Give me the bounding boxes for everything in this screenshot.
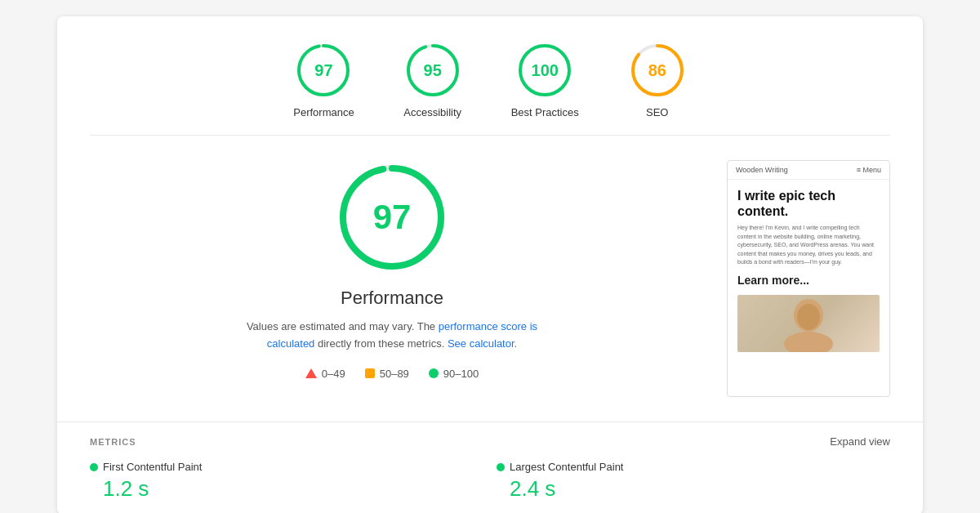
legend-range-low: 0–49 — [322, 368, 345, 380]
score-value-best-practices: 100 — [532, 61, 559, 80]
menu-label: ≡ Menu — [857, 166, 881, 174]
square-icon — [365, 368, 375, 378]
svg-point-11 — [797, 304, 820, 330]
metrics-section: METRICS Expand view First Contentful Pai… — [57, 422, 923, 513]
score-circle-best-practices: 100 — [515, 41, 574, 100]
screenshot-body-text: Hey there! I'm Kevin, and I write compel… — [737, 224, 880, 267]
screenshot-header: Wooden Writing ≡ Menu — [728, 161, 889, 180]
score-circle-performance: 97 — [294, 41, 353, 100]
screenshot-avatar — [737, 295, 880, 352]
score-item-performance: 97 Performance — [293, 41, 354, 118]
metrics-grid: First Contentful Paint 1.2 s Largest Con… — [90, 461, 890, 502]
metric-value-fcp: 1.2 s — [90, 476, 483, 502]
screenshot-frame: Wooden Writing ≡ Menu I write epic tech … — [727, 160, 890, 397]
right-panel: Wooden Writing ≡ Menu I write epic tech … — [727, 160, 890, 397]
svg-point-12 — [784, 332, 833, 352]
legend: 0–49 50–89 90–100 — [305, 368, 479, 380]
metric-name-lcp: Largest Contentful Paint — [510, 461, 623, 473]
metric-value-lcp: 2.4 s — [497, 476, 890, 502]
metric-dot-fcp — [90, 463, 98, 471]
metric-item-fcp: First Contentful Paint 1.2 s — [90, 461, 483, 502]
main-card: 97 Performance 95 Accessibility 10 — [57, 16, 923, 513]
site-name: Wooden Writing — [736, 166, 788, 174]
score-item-accessibility: 95 Accessibility — [403, 41, 462, 118]
score-value-seo: 86 — [648, 61, 666, 80]
metric-name-row-fcp: First Contentful Paint — [90, 461, 483, 473]
score-item-seo: 86 SEO — [628, 41, 687, 118]
metrics-title: METRICS — [90, 437, 136, 447]
desc-mid: directly from these metrics. — [314, 337, 448, 350]
metric-dot-lcp — [497, 463, 505, 471]
score-label-accessibility: Accessibility — [403, 106, 461, 118]
circle-icon — [429, 368, 439, 378]
legend-item-high: 90–100 — [429, 368, 479, 380]
metrics-header: METRICS Expand view — [90, 435, 890, 448]
big-score-circle: 97 — [335, 160, 449, 274]
performance-description: Values are estimated and may vary. The p… — [237, 319, 547, 353]
metric-name-fcp: First Contentful Paint — [103, 461, 202, 473]
legend-range-mid: 50–89 — [380, 368, 409, 380]
metric-item-lcp: Largest Contentful Paint 2.4 s — [497, 461, 890, 502]
score-circle-seo: 86 — [628, 41, 687, 100]
score-item-best-practices: 100 Best Practices — [511, 41, 579, 118]
big-score-value: 97 — [373, 198, 412, 237]
legend-item-low: 0–49 — [305, 368, 345, 380]
score-value-accessibility: 95 — [424, 61, 442, 80]
score-circle-accessibility: 95 — [403, 41, 462, 100]
score-value-performance: 97 — [314, 61, 332, 80]
score-label-performance: Performance — [293, 106, 354, 118]
screenshot-headline: I write epic tech content. — [737, 188, 880, 219]
calculator-link[interactable]: See calculator. — [448, 337, 517, 350]
score-label-seo: SEO — [646, 106, 668, 118]
expand-view-button[interactable]: Expand view — [830, 435, 890, 448]
screenshot-body: I write epic tech content. Hey there! I'… — [728, 180, 889, 396]
triangle-icon — [305, 368, 317, 378]
screenshot-learn-more: Learn more... — [737, 274, 880, 287]
legend-item-mid: 50–89 — [365, 368, 409, 380]
score-label-best-practices: Best Practices — [511, 106, 579, 118]
legend-range-high: 90–100 — [443, 368, 479, 380]
scores-section: 97 Performance 95 Accessibility 10 — [57, 16, 923, 135]
performance-title: Performance — [341, 288, 443, 309]
desc-static: Values are estimated and may vary. The — [247, 320, 439, 332]
main-content: 97 Performance Values are estimated and … — [57, 136, 923, 422]
metric-name-row-lcp: Largest Contentful Paint — [497, 461, 890, 473]
left-panel: 97 Performance Values are estimated and … — [90, 160, 694, 397]
